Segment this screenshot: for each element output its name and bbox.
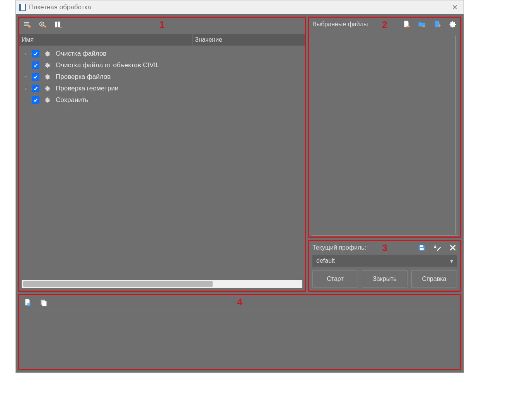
- svg-rect-22: [42, 301, 46, 306]
- svg-rect-4: [29, 25, 30, 28]
- panel-number-4: 4: [237, 297, 242, 308]
- tree-item-label: Проверка файлов: [56, 73, 111, 81]
- svg-text:A: A: [434, 245, 437, 249]
- panel-operations: 1 Имя Значение ›: [18, 17, 306, 292]
- start-button[interactable]: Старт: [312, 270, 358, 287]
- gear-icon[interactable]: [43, 61, 52, 70]
- panel-log: 4: [18, 294, 461, 370]
- svg-rect-2: [24, 26, 29, 26]
- remove-column-icon[interactable]: [54, 21, 63, 29]
- gear-icon[interactable]: [43, 73, 52, 81]
- current-profile-label: Текущий профиль:: [312, 244, 418, 251]
- checkbox[interactable]: [32, 96, 39, 104]
- divider: [312, 235, 458, 236]
- svg-rect-16: [420, 245, 423, 247]
- tree-row[interactable]: › Проверка файлов: [19, 71, 305, 83]
- add-list-icon[interactable]: [23, 21, 32, 29]
- svg-rect-20: [28, 304, 30, 304]
- tree-row[interactable]: › Очистка файлов: [19, 48, 305, 60]
- gear-icon[interactable]: [448, 20, 457, 29]
- help-button-label: Справка: [422, 276, 447, 282]
- operations-tree: › Очистка файлов Очистка файла от объект…: [19, 46, 305, 106]
- add-gear-icon[interactable]: [39, 21, 47, 29]
- svg-rect-17: [420, 248, 423, 250]
- chevron-right-icon[interactable]: ›: [24, 51, 28, 56]
- checkbox[interactable]: [32, 73, 39, 81]
- svg-rect-13: [423, 26, 425, 27]
- help-button[interactable]: Справка: [411, 270, 457, 287]
- svg-rect-1: [24, 24, 29, 24]
- save-log-icon[interactable]: [23, 298, 32, 307]
- panel-profile: 3 Текущий профиль: A default ▾: [308, 240, 461, 292]
- close-button[interactable]: Закрыть: [362, 270, 408, 287]
- rename-icon[interactable]: A: [433, 243, 442, 252]
- tree-row[interactable]: Сохранить: [19, 94, 305, 106]
- tree-item-label: Очистка файла от объектов CIVIL: [56, 61, 159, 69]
- remove-file-icon[interactable]: [402, 20, 411, 29]
- gear-icon[interactable]: [43, 84, 52, 93]
- operations-header: Имя Значение: [19, 34, 305, 46]
- selected-files-label: Выбранные файлы: [312, 21, 402, 28]
- svg-rect-12: [406, 26, 410, 27]
- close-button-label: Закрыть: [373, 276, 397, 282]
- svg-point-6: [41, 23, 43, 25]
- checkbox[interactable]: [32, 61, 39, 69]
- scrollbar-thumb[interactable]: [23, 281, 213, 287]
- gear-icon[interactable]: [43, 96, 52, 104]
- svg-rect-8: [45, 25, 46, 28]
- start-button-label: Старт: [327, 276, 343, 282]
- titlebar: Пакетная обработка ✕: [16, 0, 464, 14]
- chevron-down-icon: ▾: [450, 257, 453, 265]
- profile-select[interactable]: default ▾: [312, 255, 457, 267]
- panel-number-1: 1: [159, 19, 164, 30]
- svg-rect-0: [24, 22, 29, 23]
- checkbox[interactable]: [32, 85, 39, 92]
- tree-item-label: Очистка файлов: [56, 50, 106, 58]
- svg-rect-11: [59, 27, 62, 28]
- chevron-right-icon[interactable]: ›: [24, 86, 28, 91]
- divider: [22, 311, 458, 311]
- selected-files-list[interactable]: [312, 36, 457, 234]
- remove-folder-icon[interactable]: [418, 20, 426, 29]
- add-file-icon[interactable]: [433, 20, 442, 29]
- tree-row[interactable]: › Проверка геометрии: [19, 83, 305, 94]
- column-value[interactable]: Значение: [193, 34, 305, 46]
- tree-item-label: Сохранить: [56, 96, 88, 104]
- panel-number-2: 2: [382, 19, 387, 30]
- close-icon[interactable]: ✕: [446, 0, 464, 14]
- panel-selected-files: 2 Выбранные файлы: [308, 17, 461, 238]
- checkbox[interactable]: [32, 50, 39, 58]
- svg-rect-15: [439, 24, 440, 27]
- gear-icon[interactable]: [43, 49, 52, 58]
- horizontal-scrollbar[interactable]: [22, 280, 302, 288]
- chevron-right-icon[interactable]: ›: [24, 74, 28, 80]
- svg-rect-10: [58, 22, 60, 27]
- delete-icon[interactable]: [448, 243, 457, 252]
- svg-rect-9: [55, 22, 58, 27]
- app-icon: [19, 4, 26, 11]
- tree-row[interactable]: Очистка файла от объектов CIVIL: [19, 60, 305, 71]
- save-icon[interactable]: [418, 243, 426, 252]
- tree-item-label: Проверка геометрии: [56, 85, 118, 92]
- window-title: Пакетная обработка: [29, 3, 91, 11]
- column-name[interactable]: Имя: [19, 34, 193, 46]
- panel-number-3: 3: [382, 243, 387, 253]
- client-area: 1 Имя Значение ›: [16, 14, 464, 372]
- profile-selected-value: default: [316, 257, 335, 264]
- batch-processing-window: Пакетная обработка ✕ 1 Имя Значение: [15, 0, 464, 373]
- copy-log-icon[interactable]: [39, 298, 48, 307]
